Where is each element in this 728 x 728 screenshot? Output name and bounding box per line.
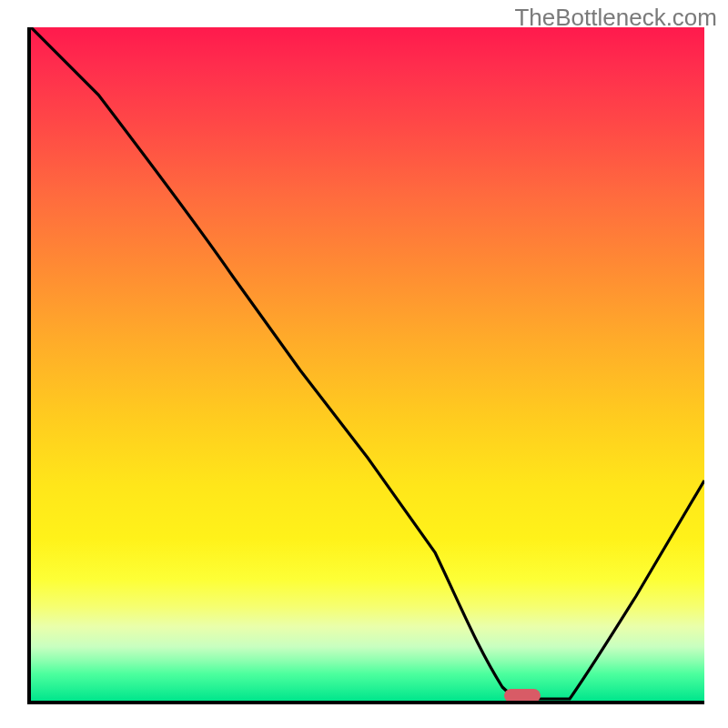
optimum-marker [504, 689, 541, 703]
watermark-label: TheBottleneck.com [514, 4, 717, 32]
bottleneck-curve [31, 27, 704, 699]
chart-container: TheBottleneck.com [0, 0, 728, 728]
plot-area [27, 27, 704, 704]
curve-layer [31, 27, 704, 701]
